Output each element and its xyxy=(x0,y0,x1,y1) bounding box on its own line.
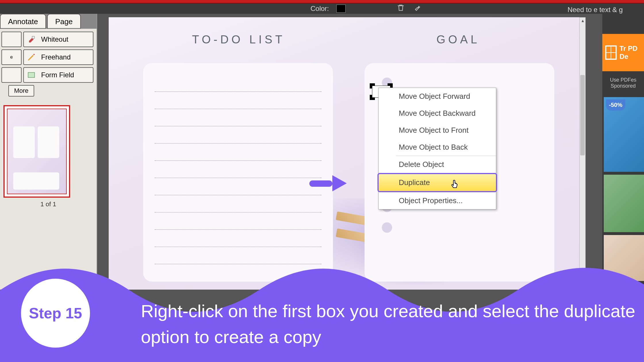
todo-box xyxy=(143,63,333,282)
page-counter: 1 of 1 xyxy=(3,201,93,208)
document-page[interactable]: TO-DO LIST GOAL xyxy=(109,17,579,290)
left-panel: Annotate Page Whiteout e Free xyxy=(0,14,97,290)
form-field-button[interactable]: Form Field xyxy=(23,67,93,83)
todo-line xyxy=(155,164,321,178)
tool-partial-1[interactable] xyxy=(1,32,22,47)
pencil-icon xyxy=(26,52,37,62)
scroll-up-icon[interactable]: ▲ xyxy=(580,18,586,24)
vertical-scrollbar[interactable]: ▲ ▼ xyxy=(579,17,586,287)
menu-delete[interactable]: Delete Object xyxy=(379,156,496,173)
tools-area: Whiteout e Freehand Form Fiel xyxy=(0,29,97,99)
tab-bar: Annotate Page xyxy=(0,14,97,29)
step-badge: Step 15 xyxy=(21,279,90,348)
menu-move-forward[interactable]: Move Object Forward xyxy=(379,88,496,105)
color-swatch[interactable] xyxy=(336,5,346,13)
right-sidebar: Tr PD De Use PDFes Sponsored -50% xyxy=(602,14,644,290)
form-field-label: Form Field xyxy=(41,71,74,79)
menu-move-backward[interactable]: Move Object Backward xyxy=(379,105,496,122)
todo-line xyxy=(155,112,321,126)
menu-properties[interactable]: Object Properties... xyxy=(379,192,496,209)
todo-line xyxy=(155,233,321,247)
promo-banner[interactable]: Tr PD De xyxy=(602,34,644,71)
todo-line xyxy=(155,215,321,230)
whiteout-button[interactable]: Whiteout xyxy=(23,32,93,47)
color-label: Color: xyxy=(310,5,329,13)
todo-line xyxy=(155,129,321,144)
whiteout-label: Whiteout xyxy=(41,35,68,43)
ad-image[interactable] xyxy=(604,175,644,232)
cursor-icon xyxy=(450,180,461,191)
todo-line xyxy=(155,78,321,92)
todo-line xyxy=(155,198,321,213)
discount-badge: -50% xyxy=(606,99,625,111)
toolbar: Color: Need to e text & g xyxy=(0,3,644,14)
document-area: TO-DO LIST GOAL xyxy=(97,14,602,290)
thumbnail-area: 1 of 1 xyxy=(0,99,97,214)
todo-heading: TO-DO LIST xyxy=(192,33,285,46)
windows-icon xyxy=(605,45,617,60)
goal-dot xyxy=(382,222,392,233)
page-thumbnail[interactable] xyxy=(3,105,70,198)
tool-e-label: e xyxy=(10,55,13,60)
annotation-arrow xyxy=(309,175,347,191)
promo-text: Tr PD De xyxy=(620,45,641,61)
scroll-thumb[interactable] xyxy=(580,75,585,155)
trash-icon[interactable] xyxy=(397,4,405,14)
step-instruction: Right-click on the first box you created… xyxy=(141,298,644,350)
tool-partial-3[interactable] xyxy=(1,67,22,83)
todo-line xyxy=(155,181,321,195)
more-button[interactable]: More xyxy=(8,85,34,97)
freehand-button[interactable]: Freehand xyxy=(23,49,93,65)
context-menu: Move Object Forward Move Object Backward… xyxy=(378,88,496,209)
menu-move-front[interactable]: Move Object to Front xyxy=(379,122,496,139)
wrench-icon[interactable] xyxy=(414,4,422,14)
tool-partial-2[interactable]: e xyxy=(1,49,22,65)
ad-image[interactable]: -50% xyxy=(604,97,644,172)
whiteout-icon xyxy=(26,34,37,45)
todo-line xyxy=(155,147,321,161)
todo-line xyxy=(155,95,321,109)
tab-annotate[interactable]: Annotate xyxy=(0,14,46,29)
tab-page[interactable]: Page xyxy=(47,14,81,29)
promo-subtitle: Use PDFes Sponsored xyxy=(602,74,644,92)
main-container: Annotate Page Whiteout e Free xyxy=(0,14,644,290)
menu-duplicate[interactable]: Duplicate xyxy=(377,173,497,192)
freehand-label: Freehand xyxy=(41,53,71,61)
svg-rect-2 xyxy=(28,73,34,77)
goal-heading: GOAL xyxy=(436,33,480,46)
menu-move-back[interactable]: Move Object to Back xyxy=(379,139,496,156)
form-field-icon xyxy=(26,70,37,80)
title-bar xyxy=(0,0,644,3)
svg-rect-0 xyxy=(32,36,34,38)
tutorial-overlay: Step 15 Right-click on the first box you… xyxy=(0,256,644,362)
